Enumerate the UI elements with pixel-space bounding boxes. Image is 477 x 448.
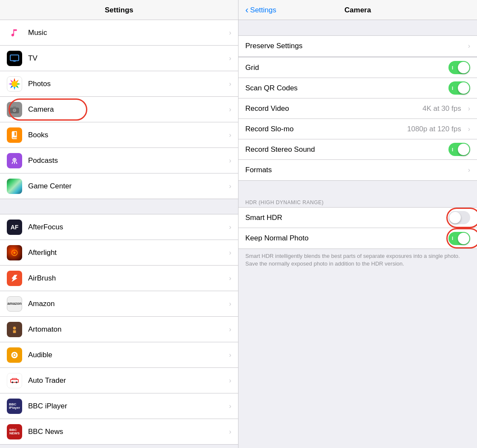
chevron-icon: ›: [229, 249, 231, 257]
scan-qr-item[interactable]: Scan QR Codes I: [238, 78, 477, 98]
sidebar-item-books[interactable]: Books ›: [0, 122, 238, 148]
afterfocus-icon: AF: [7, 220, 22, 235]
sidebar-item-podcasts[interactable]: Podcasts ›: [0, 148, 238, 173]
audible-icon: [7, 347, 22, 363]
sidebar-item-music-label: Music: [28, 29, 226, 37]
chevron-icon: ›: [229, 55, 231, 62]
record-stereo-label: Record Stereo Sound: [245, 145, 448, 154]
sidebar-item-bbcnews[interactable]: BBCNEWS BBC News ›: [0, 419, 238, 445]
sidebar-item-autotrader[interactable]: Auto Trader ›: [0, 368, 238, 393]
chevron-icon: ›: [468, 105, 470, 113]
grid-item[interactable]: Grid I: [238, 58, 477, 78]
svg-rect-2: [14, 61, 15, 62]
right-panel: ‹ Settings Camera Preserve Settings › Gr…: [238, 0, 477, 448]
sidebar-item-music[interactable]: Music ›: [0, 20, 238, 46]
svg-rect-0: [10, 55, 19, 61]
preserve-settings-item[interactable]: Preserve Settings ›: [238, 36, 477, 56]
sidebar-item-photos[interactable]: Photos ›: [0, 71, 238, 97]
scan-qr-toggle[interactable]: I: [448, 81, 470, 95]
sidebar-item-afterfocus[interactable]: AF AfterFocus ›: [0, 214, 238, 240]
afterlight-icon: [7, 245, 22, 260]
sidebar-item-tv-label: TV: [28, 54, 226, 63]
svg-point-11: [14, 251, 16, 254]
sidebar-item-books-label: Books: [28, 131, 226, 139]
sidebar-item-tv[interactable]: TV ›: [0, 46, 238, 71]
toggle-knob: [458, 233, 469, 244]
keep-normal-toggle[interactable]: I: [448, 232, 470, 245]
hdr-section-label: HDR (HIGH DYNAMIC RANGE): [238, 196, 477, 207]
chevron-icon: ›: [229, 223, 231, 231]
sidebar-item-amazon[interactable]: amazon Amazon ›: [0, 291, 238, 317]
sidebar-item-bbciplayer[interactable]: BBCiPlayer BBC iPlayer ›: [0, 393, 238, 419]
toggle-knob: [458, 144, 469, 155]
sidebar-item-afterlight[interactable]: Afterlight ›: [0, 240, 238, 266]
formats-item[interactable]: Formats ›: [238, 160, 477, 180]
podcasts-icon: [7, 153, 22, 168]
chevron-icon: ›: [229, 428, 231, 436]
svg-rect-1: [13, 61, 16, 61]
sidebar-item-camera-label: Camera: [28, 105, 226, 114]
chevron-icon: ›: [229, 106, 231, 113]
chevron-icon: ›: [229, 80, 231, 88]
sidebar-item-camera[interactable]: Camera ›: [0, 97, 238, 122]
scan-qr-label: Scan QR Codes: [245, 84, 448, 92]
svg-point-9: [14, 159, 15, 161]
preserve-settings-list: Preserve Settings ›: [238, 35, 477, 57]
record-video-item[interactable]: Record Video 4K at 30 fps ›: [238, 98, 477, 119]
back-button[interactable]: ‹ Settings: [245, 6, 276, 15]
sidebar-item-gamecenter[interactable]: Game Center ›: [0, 173, 238, 199]
chevron-icon: ›: [229, 29, 231, 37]
section-divider: [0, 199, 238, 214]
keep-normal-item[interactable]: Keep Normal Photo I: [238, 228, 477, 249]
airbrush-icon: [7, 271, 22, 286]
record-slomo-item[interactable]: Record Slo-mo 1080p at 120 fps ›: [238, 119, 477, 139]
right-title: Camera: [245, 6, 470, 14]
record-stereo-toggle[interactable]: I: [448, 143, 470, 156]
svg-point-3: [11, 81, 17, 87]
sidebar-item-audible[interactable]: Audible ›: [0, 342, 238, 368]
chevron-icon: ›: [229, 351, 231, 359]
svg-rect-7: [13, 106, 16, 108]
hdr-list: Smart HDR Keep Normal Photo I: [238, 207, 477, 249]
chevron-icon: ›: [468, 125, 470, 133]
tv-icon: [7, 51, 22, 66]
photos-icon: [7, 76, 22, 92]
svg-point-12: [13, 327, 16, 329]
gamecenter-icon: [7, 179, 22, 194]
chevron-icon: ›: [229, 131, 231, 139]
sidebar-item-airbrush[interactable]: AirBrush ›: [0, 266, 238, 291]
grid-label: Grid: [245, 64, 448, 72]
bbciplayer-icon: BBCiPlayer: [7, 399, 22, 414]
record-slomo-value: 1080p at 120 fps: [407, 125, 461, 133]
svg-rect-14: [11, 379, 19, 382]
autotrader-icon: [7, 373, 22, 388]
sidebar-item-amazon-label: Amazon: [28, 300, 226, 308]
settings-list: Music › TV ›: [0, 20, 238, 448]
grid-toggle[interactable]: I: [448, 61, 470, 74]
left-title: Settings: [0, 6, 238, 14]
right-header: ‹ Settings Camera: [238, 0, 477, 20]
sidebar-item-afterfocus-label: AfterFocus: [28, 223, 226, 231]
chevron-icon: ›: [229, 300, 231, 308]
smart-hdr-toggle[interactable]: [448, 211, 470, 224]
preserve-settings-label: Preserve Settings: [245, 42, 465, 50]
sidebar-item-artomaton-label: Artomaton: [28, 325, 226, 334]
toggle-knob: [449, 212, 461, 223]
sidebar-item-airbrush-label: AirBrush: [28, 274, 226, 283]
artomaton-icon: [7, 322, 22, 337]
sidebar-item-bbcnews-label: BBC News: [28, 428, 226, 436]
books-icon: [7, 127, 22, 143]
hdr-note: Smart HDR intelligently blends the best …: [238, 249, 477, 271]
smart-hdr-item[interactable]: Smart HDR: [238, 208, 477, 228]
sidebar-item-podcasts-label: Podcasts: [28, 156, 226, 165]
sidebar-item-artomaton[interactable]: Artomaton ›: [0, 317, 238, 342]
record-video-label: Record Video: [245, 104, 422, 113]
svg-marker-15: [11, 378, 17, 379]
chevron-icon: ›: [229, 402, 231, 410]
svg-rect-13: [13, 330, 16, 333]
amazon-icon: amazon: [7, 296, 22, 312]
record-stereo-item[interactable]: Record Stereo Sound I: [238, 139, 477, 160]
sidebar-item-audible-label: Audible: [28, 351, 226, 359]
sidebar-item-gamecenter-label: Game Center: [28, 182, 226, 191]
hdr-section-gap: [238, 181, 477, 196]
